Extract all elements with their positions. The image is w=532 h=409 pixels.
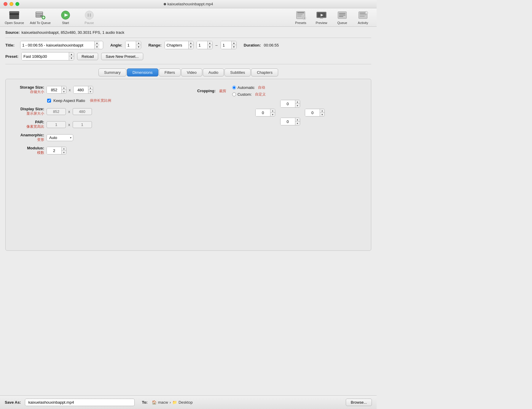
tab-audio[interactable]: Audio xyxy=(203,68,224,76)
crop-left-up[interactable]: ▲ xyxy=(270,109,275,113)
maximize-button[interactable] xyxy=(15,2,19,6)
tab-subtitles[interactable]: Subtitles xyxy=(224,68,251,76)
title-input[interactable]: 1 - 00:06:55 - kaixuelashouxinbappt xyxy=(20,41,95,49)
storage-height-stepper[interactable]: 480 ▲ ▼ xyxy=(73,86,93,94)
modulus-down[interactable]: ▼ xyxy=(62,151,66,154)
window-title: kaixuelashouxinbappt.mp4 xyxy=(164,2,213,6)
custom-radio[interactable] xyxy=(232,92,236,96)
tab-dimensions[interactable]: Dimensions xyxy=(127,68,158,76)
range-up-btn[interactable]: ▲ xyxy=(189,41,193,45)
tab-summary[interactable]: Summary xyxy=(98,68,126,76)
reload-button[interactable]: Reload xyxy=(77,53,98,60)
crop-bottom-up[interactable]: ▲ xyxy=(295,118,300,122)
storage-size-ann: 存储大小 xyxy=(14,90,44,95)
angle-up-btn[interactable]: ▲ xyxy=(136,41,141,45)
crop-top-stepper[interactable]: ▲ ▼ xyxy=(280,100,300,108)
range-dash: – xyxy=(216,43,218,47)
par-row: PAR: 像素宽高比 x xyxy=(12,120,179,129)
preset-up-btn[interactable]: ▲ xyxy=(69,52,74,56)
queue-icon xyxy=(336,10,348,20)
crop-left-stepper[interactable]: ▲ ▼ xyxy=(255,109,275,116)
storage-height-input[interactable]: 480 xyxy=(74,86,88,93)
storage-width-up[interactable]: ▲ xyxy=(62,86,66,90)
storage-height-down[interactable]: ▼ xyxy=(88,90,93,93)
range-from-down-btn[interactable]: ▼ xyxy=(208,45,212,49)
range-type-input[interactable]: Chapters xyxy=(165,41,189,49)
tab-video[interactable]: Video xyxy=(181,68,202,76)
crop-top-up[interactable]: ▲ xyxy=(295,100,300,104)
start-button[interactable]: Start xyxy=(57,10,74,25)
queue-button[interactable]: Queue xyxy=(333,10,351,25)
minimize-button[interactable] xyxy=(9,2,13,6)
range-from-selector[interactable]: ▲ ▼ xyxy=(197,41,213,49)
crop-right-up[interactable]: ▲ xyxy=(320,109,324,113)
storage-width-stepper[interactable]: 852 ▲ ▼ xyxy=(47,86,66,94)
presets-button[interactable]: Presets xyxy=(292,10,310,25)
range-selector[interactable]: Chapters ▲ ▼ xyxy=(165,41,194,49)
close-button[interactable] xyxy=(4,2,7,6)
crop-top-row: ▲ ▼ xyxy=(280,100,300,108)
preset-row: Preset: Fast 1080p30 ▲ ▼ Reload Save New… xyxy=(5,52,371,64)
activity-button[interactable]: i Activity xyxy=(354,10,372,25)
crop-top-down[interactable]: ▼ xyxy=(295,104,300,107)
keep-aspect-checkbox[interactable] xyxy=(47,99,51,103)
dimensions-grid: Storage Size: 存储大小 852 ▲ ▼ x 480 xyxy=(12,85,365,159)
svg-rect-1 xyxy=(9,13,19,15)
preset-down-btn[interactable]: ▼ xyxy=(69,56,74,60)
toolbar-right: Presets Preview xyxy=(292,10,372,25)
storage-height-up[interactable]: ▲ xyxy=(88,86,93,90)
keep-aspect-ann: 保持长宽比例 xyxy=(90,98,111,103)
modulus-stepper[interactable]: ▲ ▼ xyxy=(47,147,66,154)
crop-top-input[interactable] xyxy=(281,100,295,107)
preview-button[interactable]: Preview xyxy=(313,10,330,25)
preset-selector[interactable]: Fast 1080p30 ▲ ▼ xyxy=(21,52,74,60)
preset-input[interactable]: Fast 1080p30 xyxy=(22,52,69,60)
angle-down-btn[interactable]: ▼ xyxy=(136,45,141,49)
svg-rect-22 xyxy=(297,16,301,17)
activity-icon: i xyxy=(357,10,369,20)
keep-aspect-label: Keep Aspect Ratio xyxy=(53,98,85,103)
crop-left-down[interactable]: ▼ xyxy=(270,113,275,116)
pause-button[interactable]: Pause xyxy=(80,10,98,25)
crop-left-input[interactable] xyxy=(256,109,270,116)
range-to-up-btn[interactable]: ▲ xyxy=(232,41,236,45)
save-new-preset-button[interactable]: Save New Preset... xyxy=(101,53,143,60)
svg-rect-31 xyxy=(339,13,345,14)
anamorphic-select[interactable]: Auto None Loose Custom xyxy=(47,134,73,141)
svg-text:i: i xyxy=(366,12,366,14)
angle-selector[interactable]: ▲ ▼ xyxy=(125,41,141,49)
crop-bottom-stepper[interactable]: ▲ ▼ xyxy=(280,118,300,125)
open-source-button[interactable]: Open Source xyxy=(5,10,24,25)
keep-aspect-row: Keep Aspect Ratio 保持长宽比例 xyxy=(47,98,179,103)
title-down-btn[interactable]: ▼ xyxy=(95,45,99,49)
range-from-input[interactable] xyxy=(197,41,208,49)
crop-right-input[interactable] xyxy=(305,109,320,116)
angle-input[interactable] xyxy=(125,41,136,49)
tab-filters[interactable]: Filters xyxy=(159,68,181,76)
cropping-label: Cropping: 裁剪 xyxy=(197,89,226,94)
range-to-input[interactable] xyxy=(221,41,232,49)
modulus-input[interactable] xyxy=(47,147,62,154)
svg-point-38 xyxy=(365,11,368,14)
add-to-queue-button[interactable]: Add To Queue xyxy=(30,10,51,25)
modulus-up[interactable]: ▲ xyxy=(62,147,66,151)
tab-chapters[interactable]: Chapters xyxy=(251,68,278,76)
dimensions-left: Storage Size: 存储大小 852 ▲ ▼ x 480 xyxy=(12,85,179,159)
title-selector[interactable]: 1 - 00:06:55 - kaixuelashouxinbappt ▲ ▼ xyxy=(20,41,103,49)
title-stepper-btns: ▲ ▼ xyxy=(95,41,99,49)
range-from-up-btn[interactable]: ▲ xyxy=(208,41,212,45)
crop-right-down[interactable]: ▼ xyxy=(320,113,324,116)
range-to-selector[interactable]: ▲ ▼ xyxy=(221,41,237,49)
storage-width-down[interactable]: ▼ xyxy=(62,90,66,93)
range-to-down-btn[interactable]: ▼ xyxy=(232,45,236,49)
crop-bottom-input[interactable] xyxy=(281,118,295,125)
range-down-btn[interactable]: ▼ xyxy=(189,45,193,49)
modulus-row: Modulus: 模数 ▲ ▼ xyxy=(12,146,179,155)
svg-rect-18 xyxy=(90,14,91,17)
dimensions-right: Cropping: 裁剪 Automatic 自动 Custom: 自定义 xyxy=(197,85,365,159)
auto-radio[interactable] xyxy=(232,86,236,90)
crop-right-stepper[interactable]: ▲ ▼ xyxy=(305,109,325,116)
title-up-btn[interactable]: ▲ xyxy=(95,41,99,45)
storage-width-input[interactable]: 852 xyxy=(47,86,62,93)
crop-bottom-down[interactable]: ▼ xyxy=(295,122,300,125)
